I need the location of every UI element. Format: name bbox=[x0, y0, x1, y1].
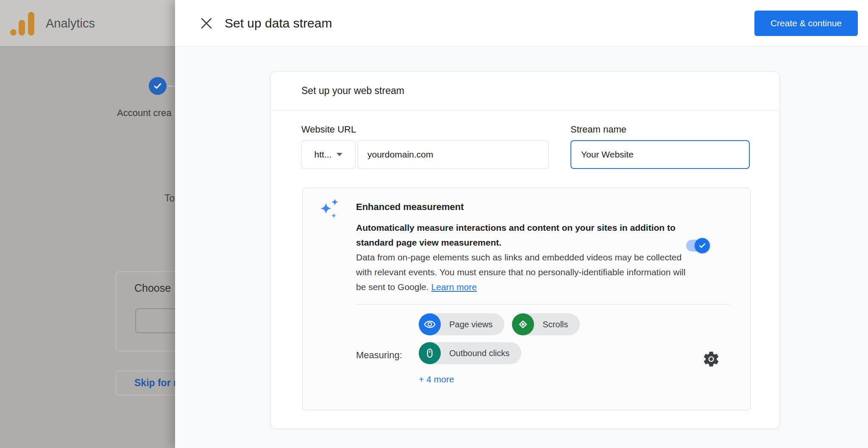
scroll-icon bbox=[512, 313, 534, 335]
stepper-connector bbox=[167, 86, 175, 87]
panel-header: Set up data stream Create & continue bbox=[175, 0, 868, 47]
chip-outbound-clicks: Outbound clicks bbox=[419, 342, 521, 364]
more-events-link[interactable]: + 4 more bbox=[419, 374, 454, 384]
background-topbar: Analytics bbox=[0, 0, 175, 47]
web-stream-card: Set up your web stream Website URL Strea… bbox=[270, 71, 780, 429]
chip-label: Scrolls bbox=[542, 320, 568, 329]
background-input-field bbox=[135, 308, 175, 333]
close-icon[interactable] bbox=[199, 16, 214, 30]
panel-title: Set up data stream bbox=[225, 16, 332, 30]
enhanced-measurement-toggle[interactable] bbox=[686, 240, 708, 252]
website-url-input[interactable] bbox=[357, 140, 549, 169]
chevron-down-icon bbox=[337, 153, 342, 156]
data-stream-panel: Set up data stream Create & continue Set… bbox=[175, 0, 868, 448]
website-url-label: Website URL bbox=[301, 124, 356, 135]
stream-name-input[interactable] bbox=[570, 140, 750, 169]
sparkle-icon bbox=[319, 197, 343, 222]
divider bbox=[356, 304, 730, 304]
skip-for-now-button[interactable]: Skip for n bbox=[115, 371, 175, 395]
enhanced-measurement-card: Enhanced measurement Automatically measu… bbox=[302, 188, 751, 410]
stream-name-label: Stream name bbox=[570, 124, 626, 135]
chip-label: Page views bbox=[449, 320, 492, 329]
card-title: Set up your web stream bbox=[271, 72, 779, 111]
measuring-label: Measuring: bbox=[356, 350, 402, 361]
enhanced-measurement-description: Automatically measure interactions and c… bbox=[356, 220, 687, 294]
mouse-icon bbox=[419, 342, 441, 364]
choose-label: Choose bbox=[134, 282, 171, 294]
create-continue-button[interactable]: Create & continue bbox=[754, 11, 858, 36]
chip-page-views: Page views bbox=[419, 313, 504, 335]
learn-more-link[interactable]: Learn more bbox=[431, 282, 476, 292]
description-bold: Automatically measure interactions and c… bbox=[356, 223, 676, 247]
toggle-thumb-check-icon bbox=[695, 238, 710, 253]
chip-label: Outbound clicks bbox=[449, 348, 509, 358]
skip-button-label: Skip for n bbox=[134, 377, 175, 389]
step-label: Account crea bbox=[117, 108, 175, 119]
measuring-chips: Page views Scrolls bbox=[419, 313, 580, 364]
enhanced-measurement-title: Enhanced measurement bbox=[356, 202, 464, 213]
description-regular: Data from on-page elements such as links… bbox=[356, 252, 685, 292]
chip-scrolls: Scrolls bbox=[512, 313, 580, 335]
dimmed-background: Analytics Account crea To Choose Skip fo… bbox=[0, 0, 175, 448]
protocol-select[interactable]: htt... bbox=[301, 140, 356, 169]
step-complete-icon bbox=[149, 77, 167, 95]
eye-icon bbox=[419, 313, 441, 335]
protocol-value: htt... bbox=[314, 149, 332, 160]
gear-icon[interactable] bbox=[701, 349, 721, 369]
background-partial-text: To bbox=[164, 193, 175, 204]
background-choose-card: Choose bbox=[115, 271, 175, 351]
app-title: Analytics bbox=[46, 0, 95, 47]
analytics-logo-icon bbox=[9, 11, 36, 36]
